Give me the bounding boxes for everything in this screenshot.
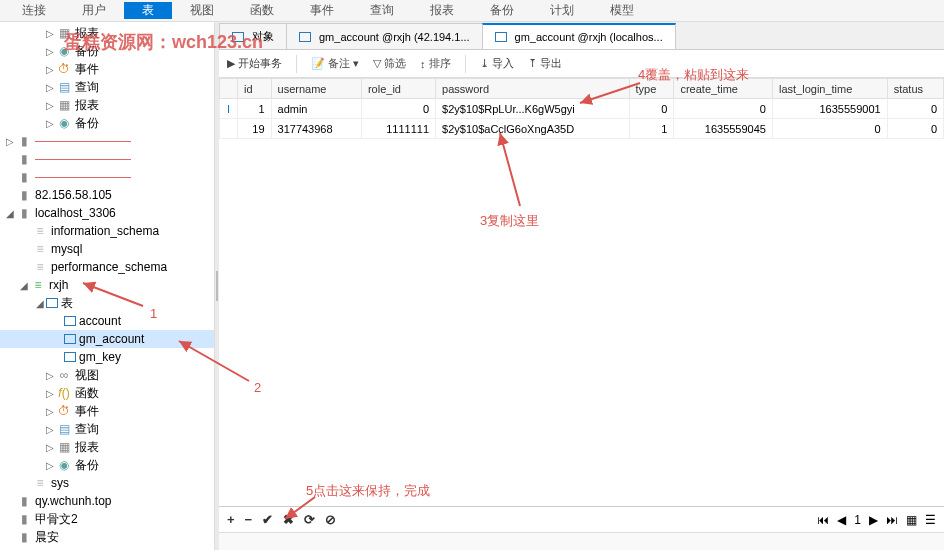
tree-db[interactable]: ≡sys — [0, 474, 214, 492]
menu-item[interactable]: 连接 — [4, 2, 64, 19]
tree-host-localhost[interactable]: ◢▮localhost_3306 — [0, 204, 214, 222]
tree-db[interactable]: ≡mysql — [0, 240, 214, 258]
form-icon[interactable]: ☰ — [925, 513, 936, 527]
delete-row-button[interactable]: − — [245, 512, 253, 527]
tree-host[interactable]: ▮晨安 — [0, 528, 214, 546]
tree-tables-folder[interactable]: ◢表 — [0, 294, 214, 312]
grid-icon[interactable]: ▦ — [906, 513, 917, 527]
tree-db-rxjh[interactable]: ◢≡rxjh — [0, 276, 214, 294]
table-icon — [64, 316, 76, 326]
col-header[interactable]: role_id — [361, 79, 435, 99]
cell[interactable]: 0 — [887, 99, 943, 119]
col-header[interactable]: create_time — [674, 79, 773, 99]
export-button[interactable]: ⤒导出 — [528, 56, 562, 71]
menu-item[interactable]: 报表 — [412, 2, 472, 19]
col-header[interactable]: password — [436, 79, 630, 99]
table-row[interactable]: 19 317743968 1111111 $2y$10$aCclG6oXngA3… — [220, 119, 944, 139]
tree-item[interactable]: ▷▦报表 — [0, 96, 214, 114]
tree-item[interactable]: ▷∞视图 — [0, 366, 214, 384]
cell[interactable]: 0 — [772, 119, 887, 139]
tree-item[interactable]: ▷▦报表 — [0, 438, 214, 456]
sort-icon: ↕ — [420, 58, 426, 70]
cell[interactable]: $2y$10$aCclG6oXngA35D — [436, 119, 630, 139]
col-header[interactable]: id — [238, 79, 272, 99]
menu-item-active[interactable]: 表 — [124, 2, 172, 19]
cell[interactable]: 1635559001 — [772, 99, 887, 119]
tree-table-selected[interactable]: gm_account — [0, 330, 214, 348]
tree-host[interactable]: ▮———————— — [0, 150, 214, 168]
tree-item[interactable]: ▷⏱事件 — [0, 402, 214, 420]
report-icon: ▦ — [56, 440, 72, 454]
cell[interactable]: 1635559045 — [674, 119, 773, 139]
begin-txn-button[interactable]: ▶开始事务 — [227, 56, 282, 71]
tree-table[interactable]: gm_key — [0, 348, 214, 366]
event-icon: ⏱ — [56, 404, 72, 418]
cell[interactable]: 0 — [629, 99, 674, 119]
menu-item[interactable]: 查询 — [352, 2, 412, 19]
page-number: 1 — [854, 513, 861, 527]
nav-next-button[interactable]: ▶ — [869, 513, 878, 527]
cancel-button[interactable]: ✖ — [283, 512, 294, 527]
tables-icon — [46, 298, 58, 308]
menu-item[interactable]: 事件 — [292, 2, 352, 19]
tree-item[interactable]: ▷⏱事件 — [0, 60, 214, 78]
menu-item[interactable]: 视图 — [172, 2, 232, 19]
database-icon: ≡ — [32, 242, 48, 256]
cell[interactable]: admin — [271, 99, 361, 119]
cell[interactable]: 0 — [674, 99, 773, 119]
database-icon: ≡ — [32, 260, 48, 274]
tree-item[interactable]: ▷◉备份 — [0, 114, 214, 132]
cell[interactable]: $2y$10$RpLUr...K6gW5gyi — [436, 99, 630, 119]
commit-button[interactable]: ✔ — [262, 512, 273, 527]
tree-table[interactable]: account — [0, 312, 214, 330]
col-header[interactable]: status — [887, 79, 943, 99]
tree-item[interactable]: ▷◉备份 — [0, 456, 214, 474]
tree-host[interactable]: ▮82.156.58.105 — [0, 186, 214, 204]
tree-item[interactable]: ▷▤查询 — [0, 78, 214, 96]
cell[interactable]: 1111111 — [361, 119, 435, 139]
cell[interactable]: 1 — [629, 119, 674, 139]
nav-prev-button[interactable]: ◀ — [837, 513, 846, 527]
memo-icon: 📝 — [311, 57, 325, 70]
cell[interactable]: 0 — [887, 119, 943, 139]
tree-host[interactable]: ▮甲骨文2 — [0, 510, 214, 528]
watermark: 蛋糕资源网：wch123.cn — [64, 30, 263, 54]
tab-active[interactable]: gm_account @rxjh (localhos... — [482, 23, 676, 49]
nav-first-button[interactable]: ⏮ — [817, 513, 829, 527]
tree-db[interactable]: ≡performance_schema — [0, 258, 214, 276]
table-icon — [495, 32, 507, 42]
tree-host[interactable]: ▷▮———————— — [0, 132, 214, 150]
tree-item[interactable]: ▷f()函数 — [0, 384, 214, 402]
menu-item[interactable]: 计划 — [532, 2, 592, 19]
add-row-button[interactable]: + — [227, 512, 235, 527]
tab[interactable]: gm_account @rxjh (42.194.1... — [286, 23, 483, 49]
refresh-button[interactable]: ⟳ — [304, 512, 315, 527]
event-icon: ⏱ — [56, 62, 72, 76]
menu-item[interactable]: 用户 — [64, 2, 124, 19]
stop-button[interactable]: ⊘ — [325, 512, 336, 527]
col-header[interactable]: username — [271, 79, 361, 99]
nav-last-button[interactable]: ⏭ — [886, 513, 898, 527]
tree-item[interactable]: ▷▤查询 — [0, 420, 214, 438]
tree-host[interactable]: ▮———————— — [0, 168, 214, 186]
tree-host[interactable]: ▮qy.wchunh.top — [0, 492, 214, 510]
cell[interactable]: 19 — [238, 119, 272, 139]
cell[interactable]: 1 — [238, 99, 272, 119]
toolbar: ▶开始事务 📝备注 ▾ ▽筛选 ↕排序 ⤓导入 ⤒导出 — [219, 50, 944, 78]
tree-db[interactable]: ≡information_schema — [0, 222, 214, 240]
table-row[interactable]: I 1 admin 0 $2y$10$RpLUr...K6gW5gyi 0 0 … — [220, 99, 944, 119]
memo-button[interactable]: 📝备注 ▾ — [311, 56, 359, 71]
data-grid[interactable]: id username role_id password type create… — [219, 78, 944, 506]
query-icon: ▤ — [56, 80, 72, 94]
import-button[interactable]: ⤓导入 — [480, 56, 514, 71]
menu-item[interactable]: 函数 — [232, 2, 292, 19]
cell[interactable]: 0 — [361, 99, 435, 119]
cell[interactable]: 317743968 — [271, 119, 361, 139]
menu-item[interactable]: 模型 — [592, 2, 652, 19]
filter-button[interactable]: ▽筛选 — [373, 56, 406, 71]
col-header[interactable]: type — [629, 79, 674, 99]
menu-item[interactable]: 备份 — [472, 2, 532, 19]
sort-button[interactable]: ↕排序 — [420, 56, 451, 71]
database-icon: ≡ — [30, 278, 46, 292]
col-header[interactable]: last_login_time — [772, 79, 887, 99]
